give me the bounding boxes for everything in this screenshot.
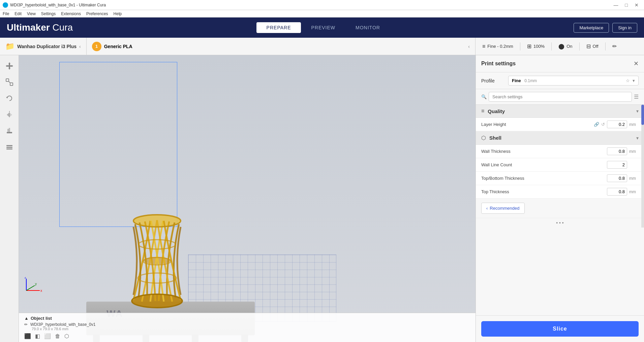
top-thickness-unit: mm	[629, 190, 639, 194]
edit-object-icon: ✏	[24, 322, 28, 327]
tab-preview[interactable]: PREVIEW	[301, 22, 345, 33]
scrollbar-thumb[interactable]	[641, 105, 644, 125]
print-settings-toolbar: ≡ Fine - 0.2mm ⊞ 100% ⬤ On ⊟ Off ✏	[476, 38, 644, 55]
action-duplicate-button[interactable]: ⬛	[24, 333, 31, 339]
search-menu-icon[interactable]: ☰	[634, 94, 639, 100]
menu-preferences[interactable]: Preferences	[86, 11, 108, 16]
toolbar-divider-2	[551, 42, 552, 50]
edit-settings-button[interactable]: ✏	[612, 43, 617, 49]
svg-rect-1	[6, 65, 12, 67]
material-section: 1 Generic PLA ‹	[87, 38, 476, 55]
action-more-button[interactable]: ⬡	[64, 333, 69, 339]
layer-height-reset-icon[interactable]: ↺	[601, 122, 605, 127]
menu-file[interactable]: File	[3, 11, 9, 16]
print-settings-close-button[interactable]: ✕	[634, 60, 639, 67]
window-controls[interactable]: — □ ✕	[611, 2, 641, 8]
viewport[interactable]: WA	[19, 55, 476, 342]
wall-line-count-input[interactable]	[607, 161, 627, 169]
action-mirror-button[interactable]: ◧	[35, 333, 40, 339]
shell-section-header[interactable]: ⬡ Shell ▾	[476, 131, 644, 145]
menu-help[interactable]: Help	[114, 11, 122, 16]
svg-marker-12	[9, 112, 12, 117]
layer-height-unit: mm	[629, 122, 639, 127]
topbottom-thickness-input[interactable]	[607, 174, 627, 182]
top-thickness-row: Top Thickness mm	[476, 185, 644, 199]
infill-selector[interactable]: ⊞ 100%	[527, 43, 545, 49]
logo-bold: Ultimaker	[7, 22, 50, 33]
nav-right: Marketplace Sign in	[574, 23, 637, 33]
profile-dropdown-icon[interactable]: ▾	[633, 78, 635, 83]
tool-support-button[interactable]	[3, 124, 16, 137]
toolbar-divider-4	[605, 42, 606, 50]
quality-section-icon: ≡	[481, 108, 484, 114]
layer-height-link-icon[interactable]: 🔗	[594, 122, 599, 127]
top-thickness-input[interactable]	[607, 188, 627, 196]
signin-button[interactable]: Sign in	[612, 23, 637, 33]
printer-arrow-button[interactable]: ‹	[79, 44, 81, 49]
tool-mirror-button[interactable]	[3, 108, 16, 121]
slice-section: Slice	[476, 315, 644, 342]
material-arrow-button[interactable]: ‹	[468, 44, 470, 49]
quality-value: Fine - 0.2mm	[487, 44, 513, 49]
quality-section-header[interactable]: ≡ Quality ▾	[476, 105, 644, 118]
profile-selector[interactable]: Fine 0.1mm ☆ ▾	[508, 76, 639, 86]
tool-rotate-button[interactable]	[3, 92, 16, 105]
tab-prepare[interactable]: PREPARE	[256, 22, 301, 33]
svg-text:x: x	[40, 289, 42, 293]
menu-edit[interactable]: Edit	[14, 11, 22, 16]
tab-monitor[interactable]: MONITOR	[345, 22, 390, 33]
minimize-button[interactable]: —	[611, 2, 621, 8]
hyperboloid-svg	[123, 207, 191, 308]
tool-scale-button[interactable]	[3, 75, 16, 89]
quality-icon: ≡	[482, 43, 485, 49]
svg-text:y: y	[35, 282, 37, 286]
menu-settings[interactable]: Settings	[41, 11, 56, 16]
top-nav: Ultimaker Cura PREPARE PREVIEW MONITOR M…	[0, 18, 644, 38]
menu-bar: File Edit View Settings Extensions Prefe…	[0, 10, 644, 18]
menu-extensions[interactable]: Extensions	[61, 11, 81, 16]
menu-view[interactable]: View	[27, 11, 36, 16]
recommended-button[interactable]: ‹ Recommended	[481, 203, 525, 214]
action-move-button[interactable]: ⬜	[44, 333, 51, 339]
settings-scrollbar[interactable]	[641, 105, 644, 228]
profile-mm-label: 0.1mm	[524, 78, 537, 83]
material-badge: 1	[92, 42, 101, 51]
search-input[interactable]	[489, 92, 632, 102]
profile-fine-label: Fine	[512, 78, 521, 83]
object-actions: ⬛ ◧ ⬜ 🗑 ⬡	[24, 333, 470, 339]
wall-thickness-unit: mm	[629, 149, 639, 154]
wall-thickness-input[interactable]	[607, 147, 627, 155]
support-selector[interactable]: ⬤ On	[558, 43, 572, 49]
print-settings-header: Print settings ✕	[476, 55, 644, 72]
layer-height-row: Layer Height 🔗 ↺ mm	[476, 118, 644, 131]
app-icon	[3, 2, 8, 8]
slice-button[interactable]: Slice	[481, 321, 639, 337]
search-bar: 🔍 ☰	[476, 89, 644, 105]
action-delete-button[interactable]: 🗑	[55, 333, 60, 339]
settings-content: ≡ Quality ▾ Layer Height 🔗 ↺ mm	[476, 105, 644, 315]
profile-star-icon[interactable]: ☆	[626, 78, 630, 83]
wall-line-count-label: Wall Line Count	[481, 162, 607, 167]
close-button[interactable]: ✕	[632, 2, 641, 8]
settings-inner: ≡ Quality ▾ Layer Height 🔗 ↺ mm	[476, 105, 644, 228]
object-list-header[interactable]: ▲ Object list	[24, 316, 470, 321]
maximize-button[interactable]: □	[622, 2, 631, 8]
wall-line-count-controls	[607, 161, 639, 169]
tool-slab-button[interactable]	[3, 140, 16, 153]
marketplace-button[interactable]: Marketplace	[574, 23, 609, 33]
topbottom-thickness-label: Top/Bottom Thickness	[481, 176, 607, 181]
layer-height-input[interactable]	[607, 121, 627, 128]
svg-marker-2	[8, 62, 10, 64]
svg-marker-5	[12, 65, 13, 67]
quality-section-title: Quality	[488, 108, 505, 114]
top-thickness-controls: mm	[607, 188, 639, 196]
tool-move-button[interactable]	[3, 59, 16, 73]
profile-select-value: Fine 0.1mm	[512, 78, 537, 83]
svg-text:z: z	[25, 277, 26, 279]
quality-chevron-icon: ▾	[636, 108, 639, 114]
shell-section-icon: ⬡	[481, 135, 486, 141]
quality-selector[interactable]: ≡ Fine - 0.2mm	[482, 43, 513, 49]
adhesion-selector[interactable]: ⊟ Off	[586, 43, 599, 49]
object-list-chevron: ▲	[24, 316, 29, 321]
svg-rect-6	[6, 79, 9, 81]
